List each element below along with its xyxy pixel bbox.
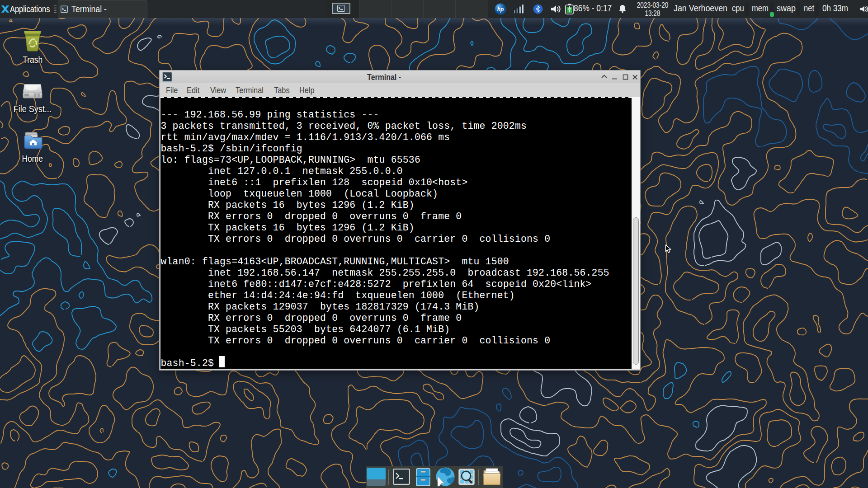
svg-text:hp: hp — [497, 6, 504, 13]
